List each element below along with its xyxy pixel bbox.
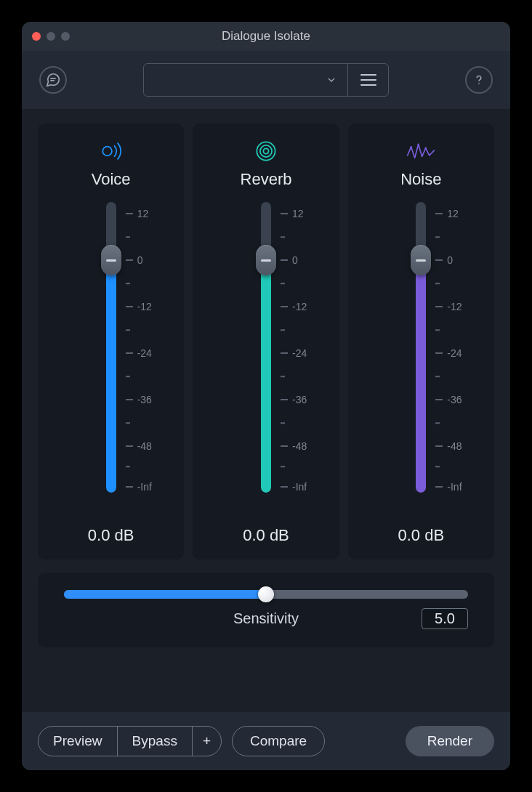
compare-button[interactable]: Compare [232, 726, 325, 756]
scale-tick-label: 12 [447, 208, 459, 219]
scale-tick: -Inf [126, 481, 152, 493]
scale-tick: 0 [281, 254, 298, 266]
titlebar: Dialogue Isolate [22, 22, 510, 51]
scale-tick-label: -Inf [447, 481, 462, 493]
add-button[interactable]: + [192, 727, 221, 756]
window-title: Dialogue Isolate [22, 29, 510, 44]
scale-tick: 12 [435, 208, 459, 219]
scale-tick-label: -48 [447, 440, 462, 452]
slider-voice[interactable]: 120-12-24-36-48-Inf [44, 202, 178, 493]
preview-button[interactable]: Preview [39, 727, 117, 756]
window: Dialogue Isolate [22, 22, 510, 770]
scale-tick: 0 [126, 254, 143, 266]
scale-tick-label: 12 [137, 208, 149, 219]
scale-tick: -12 [126, 301, 152, 312]
scale-tick: -24 [281, 347, 307, 359]
svg-point-2 [478, 83, 480, 84]
scale-tick-label: 0 [137, 254, 143, 266]
scale-tick-label: -48 [137, 440, 152, 452]
scale-tick [126, 236, 130, 238]
scale-tick [281, 376, 285, 377]
slider-knob-noise[interactable] [411, 245, 431, 275]
preset-group [143, 63, 389, 97]
scale-tick: -48 [126, 440, 152, 452]
scale-tick-label: -12 [292, 301, 307, 312]
preview-bypass-group: Preview Bypass + [38, 726, 222, 756]
scale-tick [281, 466, 285, 467]
help-button[interactable] [465, 66, 493, 94]
scale-tick [126, 422, 130, 424]
chat-bubble-icon [45, 72, 61, 88]
slider-scale: 120-12-24-36-48-Inf [435, 202, 479, 493]
voice-icon [98, 137, 124, 166]
preset-select[interactable] [144, 64, 347, 96]
scale-tick: -24 [435, 347, 462, 359]
scale-tick [435, 329, 440, 331]
scale-tick [126, 329, 130, 331]
scale-tick [126, 283, 130, 284]
sensitivity-panel: Sensitivity 5.0 [38, 573, 494, 647]
bypass-button[interactable]: Bypass [117, 727, 192, 756]
scale-tick [435, 422, 440, 424]
scale-tick-label: -36 [292, 394, 307, 405]
scale-tick: -48 [281, 440, 307, 452]
scale-tick [281, 236, 285, 238]
scale-tick: -Inf [435, 481, 462, 493]
svg-point-9 [425, 148, 427, 150]
scale-tick-label: 0 [447, 254, 453, 266]
scale-tick-label: 0 [292, 254, 298, 266]
scale-tick [435, 466, 440, 467]
sensitivity-slider[interactable] [64, 590, 468, 599]
svg-point-3 [102, 147, 112, 156]
svg-point-4 [263, 148, 268, 153]
chevron-down-icon [326, 74, 337, 86]
channel-label-voice: Voice [92, 170, 131, 189]
scale-tick-label: -Inf [137, 481, 152, 493]
slider-reverb[interactable]: 120-12-24-36-48-Inf [198, 202, 333, 493]
slider-fill [106, 260, 116, 493]
slider-knob-voice[interactable] [101, 245, 121, 275]
sensitivity-knob[interactable] [258, 586, 274, 602]
scale-tick: -24 [126, 347, 152, 359]
scale-tick [281, 329, 285, 331]
db-readout-reverb[interactable]: 0.0 dB [243, 526, 289, 545]
body: Voice120-12-24-36-48-Inf0.0 dB Reverb120… [22, 109, 510, 712]
scale-tick [435, 283, 440, 284]
render-button[interactable]: Render [406, 726, 494, 756]
scale-tick: -48 [435, 440, 462, 452]
hamburger-icon [360, 74, 376, 86]
svg-point-8 [418, 144, 420, 146]
sensitivity-value[interactable]: 5.0 [422, 608, 468, 629]
channel-card-voice: Voice120-12-24-36-48-Inf0.0 dB [38, 124, 184, 559]
db-readout-noise[interactable]: 0.0 dB [398, 526, 445, 545]
scale-tick: 0 [435, 254, 453, 266]
svg-point-7 [411, 146, 413, 148]
slider-noise[interactable]: 120-12-24-36-48-Inf [354, 202, 488, 493]
scale-tick-label: -12 [447, 301, 462, 312]
scale-tick [435, 236, 440, 238]
scale-tick-label: -24 [137, 347, 152, 359]
scale-tick: -Inf [281, 481, 307, 493]
preset-menu-button[interactable] [347, 64, 388, 96]
scale-tick [126, 466, 130, 467]
channel-label-noise: Noise [400, 170, 441, 189]
slider-knob-reverb[interactable] [256, 245, 276, 275]
noise-icon [406, 137, 435, 166]
slider-scale: 120-12-24-36-48-Inf [126, 202, 169, 493]
channel-sliders: Voice120-12-24-36-48-Inf0.0 dB Reverb120… [38, 124, 494, 559]
toolbar [22, 51, 510, 109]
scale-tick: 12 [281, 208, 304, 219]
scale-tick-label: -48 [292, 440, 307, 452]
channel-card-reverb: Reverb120-12-24-36-48-Inf0.0 dB [193, 124, 339, 559]
channel-label-reverb: Reverb [241, 170, 292, 189]
reverb-icon [253, 137, 279, 166]
sensitivity-fill [64, 590, 266, 599]
scale-tick-label: -24 [292, 347, 307, 359]
slider-fill [261, 260, 271, 493]
scale-tick: -36 [126, 394, 152, 405]
module-icon-button[interactable] [39, 66, 67, 94]
scale-tick: -36 [281, 394, 307, 405]
footer: Preview Bypass + Compare Render [22, 712, 510, 770]
scale-tick: -36 [435, 394, 462, 405]
db-readout-voice[interactable]: 0.0 dB [88, 526, 134, 545]
